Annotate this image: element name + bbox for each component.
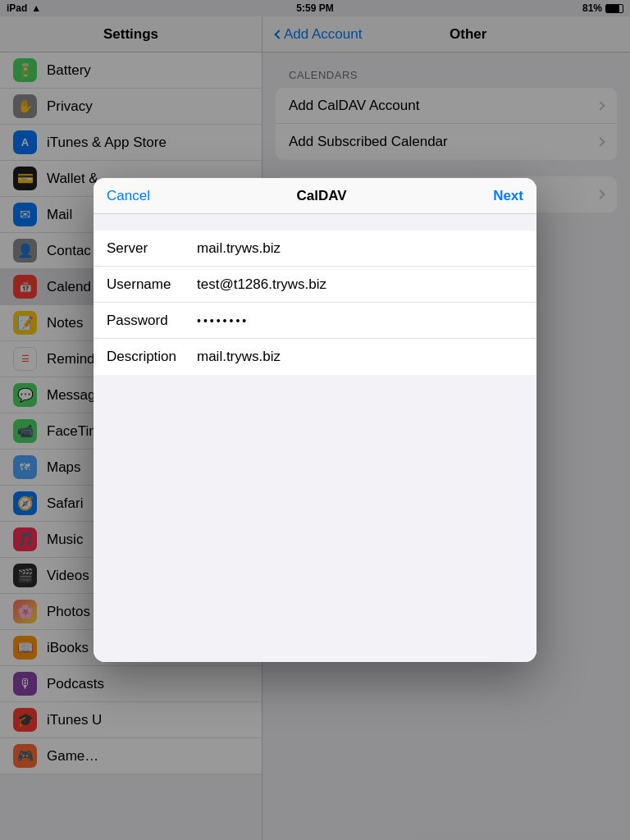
username-row: Username test@t1286.tryws.biz (94, 267, 536, 303)
description-label: Description (107, 349, 197, 365)
modal-body-background (94, 375, 536, 662)
caldav-modal: Cancel CalDAV Next Server mail.tryws.biz… (94, 178, 536, 662)
password-row: Password •••••••• (94, 303, 536, 339)
password-label: Password (107, 313, 197, 329)
cancel-button[interactable]: Cancel (107, 188, 150, 204)
username-value[interactable]: test@t1286.tryws.biz (197, 276, 523, 293)
next-button[interactable]: Next (493, 188, 523, 204)
description-value[interactable]: mail.tryws.biz (197, 349, 523, 365)
server-value[interactable]: mail.tryws.biz (197, 240, 523, 257)
description-row: Description mail.tryws.biz (94, 339, 536, 375)
password-value[interactable]: •••••••• (197, 314, 523, 327)
modal-title: CalDAV (296, 188, 346, 204)
username-label: Username (107, 276, 197, 293)
server-row: Server mail.tryws.biz (94, 231, 536, 267)
server-label: Server (107, 240, 197, 257)
modal-form: Server mail.tryws.biz Username test@t128… (94, 231, 536, 375)
modal-overlay: Cancel CalDAV Next Server mail.tryws.biz… (0, 0, 630, 840)
modal-spacer-top (94, 214, 536, 231)
modal-header: Cancel CalDAV Next (94, 178, 536, 214)
